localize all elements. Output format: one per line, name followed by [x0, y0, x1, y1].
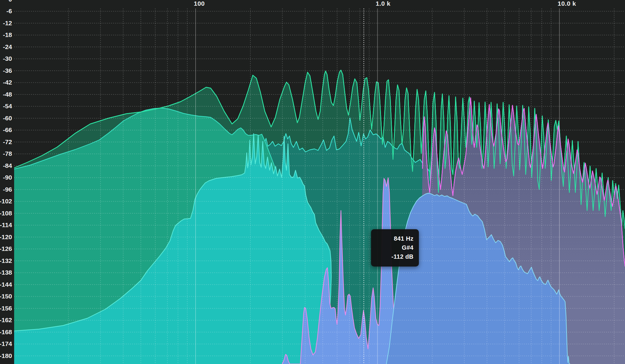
y-axis-label--84db: -84: [3, 162, 12, 169]
y-axis-label--30db: -30: [3, 55, 12, 62]
y-axis-label--60db: -60: [3, 115, 12, 122]
y-axis-label--138db: -138: [0, 269, 12, 276]
x-axis-label-100hz: 100: [194, 0, 205, 7]
tooltip-note: G#4: [374, 243, 413, 252]
y-axis-label--102db: -102: [0, 198, 12, 205]
y-axis-label--96db: -96: [3, 186, 12, 193]
y-axis-label--132db: -132: [0, 257, 12, 264]
y-axis-label--162db: -162: [0, 316, 12, 323]
y-axis-label--72db: -72: [3, 138, 12, 145]
y-axis-label--36db: -36: [3, 67, 12, 74]
y-axis-label--24db: -24: [3, 43, 12, 50]
y-axis-label--150db: -150: [0, 293, 12, 300]
y-axis-label--6db: -6: [6, 8, 12, 14]
y-axis-label--42db: -42: [3, 79, 12, 86]
y-axis-label--66db: -66: [3, 126, 12, 133]
y-axis-label--108db: -108: [0, 210, 12, 217]
spectrum-chart[interactable]: 0-6-12-18-24-30-36-42-48-54-60-66-72-78-…: [0, 0, 625, 364]
y-axis-label--48db: -48: [3, 91, 12, 98]
y-axis-label--120db: -120: [0, 233, 12, 240]
y-axis-label--18db: -18: [3, 31, 12, 38]
x-axis-label-10000hz: 10.0 k: [558, 0, 576, 7]
x-axis-label-1000hz: 1.0 k: [376, 0, 391, 7]
y-axis-label--54db: -54: [3, 103, 12, 110]
spectrum-analyzer: 0-6-12-18-24-30-36-42-48-54-60-66-72-78-…: [0, 0, 625, 364]
y-axis-label--168db: -168: [0, 329, 12, 335]
y-axis-label--126db: -126: [0, 245, 12, 252]
y-axis-label--90db: -90: [3, 174, 12, 181]
y-axis-label--180db: -180: [0, 352, 12, 359]
y-axis-label--156db: -156: [0, 305, 12, 312]
y-axis-label--12db: -12: [3, 20, 12, 26]
y-axis-label-0db: 0: [8, 0, 12, 3]
y-axis-label--78db: -78: [3, 150, 12, 157]
y-axis-label--174db: -174: [0, 340, 12, 347]
tooltip-level: -112 dB: [374, 252, 413, 261]
cursor-tooltip: 841 Hz G#4 -112 dB: [371, 229, 419, 267]
y-axis-label--114db: -114: [0, 221, 12, 228]
y-axis-label--144db: -144: [0, 281, 12, 288]
tooltip-frequency: 841 Hz: [374, 234, 413, 243]
